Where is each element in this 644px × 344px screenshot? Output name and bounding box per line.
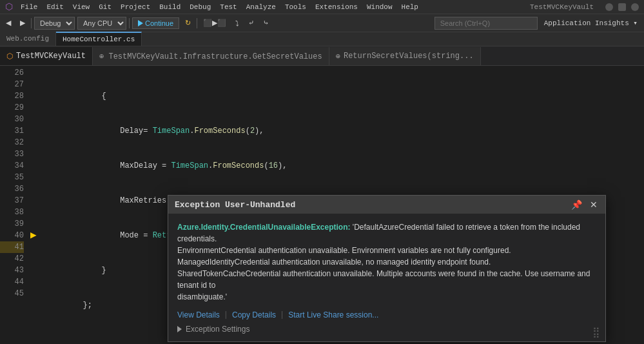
file-icon: ⬡: [6, 52, 13, 61]
line-numbers: 26 27 28 29 30 31 32 33 34 35 36 37 38 3…: [0, 66, 29, 344]
title-icon-group: 📌 ✕: [570, 199, 599, 210]
menu-git[interactable]: Git: [95, 2, 115, 12]
step-into[interactable]: ⤶: [245, 17, 257, 28]
toolbar: ◀ ▶ Debug Any CPU Continue ↻ ⬛▶⬛ ⤵ ⤶ ⤷ A…: [0, 14, 644, 32]
menu-extensions[interactable]: Extensions: [311, 2, 362, 12]
window-title: TestMVCKeyVault: [530, 3, 594, 11]
app-window: ⬡ File Edit View Git Project Build Debug…: [0, 0, 644, 344]
exception-links: View Details | Copy Details | Start Live…: [177, 310, 596, 319]
exception-message: Azure.Identity.CredentialUnavailableExce…: [177, 221, 596, 303]
exception-dialog: Exception User-Unhandled 📌 ✕ Azure.Ident…: [168, 195, 606, 342]
platform-dropdown[interactable]: Any CPU: [77, 17, 126, 30]
play-icon: [138, 20, 143, 26]
step-over[interactable]: ⤵: [232, 18, 242, 28]
menu-test[interactable]: Test: [216, 2, 240, 12]
search-input[interactable]: [434, 17, 538, 30]
code-area: 26 27 28 29 30 31 32 33 34 35 36 37 38 3…: [0, 66, 644, 344]
minimize-btn[interactable]: [605, 3, 613, 11]
code-line-26: {: [43, 90, 644, 102]
menu-edit[interactable]: Edit: [43, 2, 67, 12]
menu-window[interactable]: Window: [363, 2, 396, 12]
menu-bar: ⬡ File Edit View Git Project Build Debug…: [0, 0, 644, 14]
step-out[interactable]: ⤷: [260, 17, 272, 28]
menu-build[interactable]: Build: [155, 2, 184, 12]
pin-button[interactable]: 📌: [570, 199, 583, 210]
live-share-link[interactable]: Start Live Share session...: [288, 310, 378, 319]
run-button[interactable]: Continue: [132, 17, 179, 29]
menu-tools[interactable]: Tools: [281, 2, 310, 12]
menu-file[interactable]: File: [17, 2, 41, 12]
toolbar-sep-2: [129, 18, 130, 28]
exception-text: 'DefaultAzureCredential failed to retrie…: [177, 223, 590, 301]
code-line-28: MaxDelay = TimeSpan.FromSeconds(16),: [43, 160, 644, 172]
exception-settings-label: Exception Settings: [186, 325, 249, 334]
tab-webconfig[interactable]: Web.config: [0, 32, 56, 46]
resize-dots: ⣿: [592, 326, 600, 339]
close-btn[interactable]: [631, 3, 639, 11]
exception-type: Azure.Identity.CredentialUnavailableExce…: [177, 223, 351, 232]
gutter: ▶: [29, 66, 41, 344]
second-tab-bar: ⬡ TestMVCKeyVault ⊕ TestMVCKeyVault.Infr…: [0, 46, 644, 66]
back-btn[interactable]: ◀: [3, 17, 14, 28]
first-tab-bar: Web.config HomeController.cs: [0, 32, 644, 46]
toolbar-sep-3: [197, 18, 197, 28]
exception-title: Exception User-Unhandled: [175, 200, 295, 210]
exception-settings[interactable]: Exception Settings: [177, 325, 596, 334]
menu-debug[interactable]: Debug: [186, 2, 215, 12]
menu-view[interactable]: View: [69, 2, 93, 12]
menu-analyze[interactable]: Analyze: [242, 2, 280, 12]
exception-body: Azure.Identity.CredentialUnavailableExce…: [168, 214, 605, 341]
tab-homecontroller[interactable]: HomeController.cs: [56, 32, 142, 46]
menu-project[interactable]: Project: [117, 2, 154, 12]
view-details-link[interactable]: View Details: [177, 310, 220, 319]
tab-infrastructure[interactable]: ⊕ TestMVCKeyVault.Infrastructure.GetSecr…: [93, 47, 329, 65]
tab-returnsecret[interactable]: ⊕ ReturnSecretValues(string...: [329, 47, 481, 65]
app-icon: ⬡: [5, 1, 13, 12]
close-dialog-button[interactable]: ✕: [589, 199, 599, 210]
code-line-27: Delay= TimeSpan.FromSeconds(2),: [43, 125, 644, 137]
toolbar-sep-1: [31, 18, 32, 28]
debug-arrow: ▶: [30, 228, 37, 241]
exception-title-bar: Exception User-Unhandled 📌 ✕: [168, 196, 605, 214]
copy-details-link[interactable]: Copy Details: [232, 310, 276, 319]
reload-btn[interactable]: ↻: [182, 17, 194, 28]
app-insights-btn[interactable]: Application Insights ▾: [540, 17, 641, 28]
debug-config-dropdown[interactable]: Debug: [34, 17, 75, 30]
maximize-btn[interactable]: [618, 3, 626, 11]
forward-btn[interactable]: ▶: [17, 17, 28, 28]
menu-help[interactable]: Help: [398, 2, 422, 12]
tab-testmvc[interactable]: ⬡ TestMVCKeyVault: [0, 47, 93, 65]
debug-tools[interactable]: ⬛▶⬛: [200, 17, 229, 28]
expand-icon: [177, 326, 182, 332]
